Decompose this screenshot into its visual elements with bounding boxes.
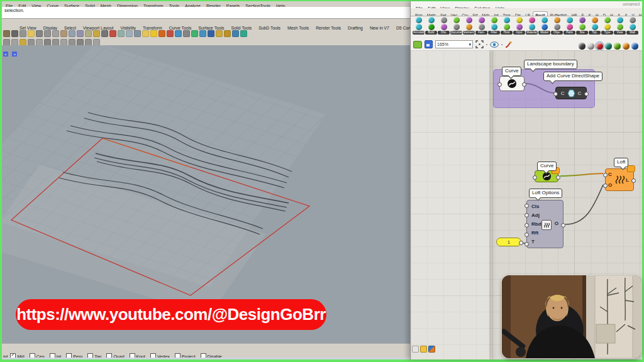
component-icon[interactable] [428, 24, 435, 30]
palette-category-label[interactable]: Document [450, 31, 462, 35]
input-port[interactable] [525, 242, 529, 246]
palette-category-label[interactable]: Build [425, 31, 437, 35]
component-icon[interactable] [541, 24, 548, 30]
palette-category-label[interactable]: Element [463, 31, 475, 35]
output-port[interactable] [522, 82, 526, 87]
loft-options-node[interactable]: Cls Adj Rbd Rft T O [526, 200, 564, 248]
toolbar-icon[interactable] [19, 30, 26, 37]
palette-category-label[interactable]: Material [526, 31, 538, 35]
input-port-o[interactable] [603, 184, 608, 188]
markov-widget-icon[interactable] [420, 346, 427, 353]
viewport-menu-icon[interactable]: » [12, 52, 17, 57]
component-icon[interactable] [630, 17, 636, 23]
palette-category-label[interactable]: Host [501, 31, 513, 35]
component-icon[interactable] [554, 24, 560, 30]
display-sphere-icon[interactable] [579, 43, 586, 50]
rhino-toolbar-tab[interactable]: Drafting [348, 26, 363, 30]
component-icon[interactable] [604, 17, 611, 23]
gh-tab[interactable]: Msh [480, 12, 491, 16]
component-icon[interactable] [592, 24, 598, 30]
component-icon[interactable] [617, 24, 623, 30]
save-file-icon[interactable] [425, 40, 433, 48]
component-icon[interactable] [453, 24, 460, 30]
component-icon[interactable] [504, 17, 510, 23]
gh-tab[interactable]: Int [492, 12, 500, 16]
palette-category-label[interactable]: Input [513, 31, 525, 35]
paint-brush-icon[interactable] [505, 41, 513, 48]
gh-tab[interactable]: HB [570, 12, 579, 16]
component-icon[interactable] [604, 24, 611, 30]
palette-category-label[interactable]: Obs. [438, 31, 450, 35]
component-icon[interactable] [441, 24, 447, 30]
palette-category-label[interactable]: Fam. [475, 31, 487, 35]
gh-tab[interactable]: Trns [501, 12, 513, 16]
component-icon[interactable] [592, 17, 598, 23]
toolbar-icon[interactable] [183, 30, 190, 37]
component-icon[interactable] [579, 24, 586, 30]
display-sphere-icon[interactable] [631, 43, 638, 50]
component-icon[interactable] [567, 24, 573, 30]
gh-tab[interactable]: A [616, 12, 622, 16]
component-icon[interactable] [541, 17, 548, 23]
add-curve-directshape-node[interactable]: C C [555, 87, 587, 99]
toolbar-icon[interactable] [44, 30, 51, 37]
warning-balloon-icon[interactable] [627, 165, 635, 172]
component-icon[interactable] [567, 17, 573, 23]
zoom-extents-icon[interactable] [475, 40, 484, 48]
toolbar-icon[interactable] [101, 30, 108, 37]
viewport-collapse-icon[interactable]: « [3, 52, 8, 57]
gh-tab[interactable]: Set [438, 12, 448, 16]
gh-tab[interactable]: LB [523, 12, 532, 16]
toolbar-icon[interactable] [167, 30, 174, 37]
gh-tab[interactable]: Dis [513, 12, 523, 16]
toolbar-icon[interactable] [158, 30, 165, 37]
toolbar-icon[interactable] [175, 30, 182, 37]
toolbar-icon[interactable] [85, 30, 92, 37]
toolbar-icon[interactable] [208, 30, 214, 37]
rhino-command-area[interactable]: selection. [2, 7, 410, 19]
gh-tab[interactable]: Vec [449, 12, 460, 16]
toolbar-icon[interactable] [240, 30, 247, 37]
toolbar-icon[interactable] [11, 30, 18, 37]
gh-tab[interactable]: K [587, 12, 593, 16]
output-port[interactable] [584, 92, 589, 96]
toolbar-icon[interactable] [52, 30, 59, 37]
curve-bottom-label-tag[interactable]: Curve [537, 162, 557, 171]
toolbar-icon[interactable] [60, 30, 67, 37]
gh-tab[interactable]: A [623, 12, 629, 16]
component-icon[interactable] [529, 24, 535, 30]
gh-tab[interactable]: H [594, 12, 601, 16]
display-sphere-icon[interactable] [587, 43, 594, 50]
youtube-channel-banner[interactable]: https://www.youtube.com/@DesignGoBrr [16, 299, 326, 330]
rhino-toolbar-tab[interactable]: Mesh Tools [287, 26, 309, 30]
input-port[interactable] [533, 175, 537, 180]
input-port[interactable] [497, 82, 502, 87]
loft-label-tag[interactable]: Loft [614, 158, 628, 167]
palette-category-label[interactable]: Parts [564, 31, 575, 35]
open-file-icon[interactable] [413, 41, 422, 48]
display-sphere-icon[interactable] [614, 43, 621, 50]
palette-category-label[interactable]: Top. [589, 31, 601, 35]
toolbar-icon[interactable] [232, 30, 239, 37]
component-icon[interactable] [453, 17, 460, 23]
toolbar-icon[interactable] [224, 30, 231, 37]
preview-eye-icon[interactable] [490, 41, 499, 48]
component-icon[interactable] [428, 17, 435, 23]
output-port[interactable] [556, 175, 560, 180]
loft-node[interactable]: C O L [605, 168, 634, 191]
input-port[interactable] [525, 204, 529, 208]
curve-top-label-tag[interactable]: Curve [502, 67, 521, 76]
gh-tab[interactable]: E [580, 12, 586, 16]
input-port[interactable] [525, 213, 529, 217]
gh-tab[interactable]: V [630, 12, 636, 16]
component-icon[interactable] [479, 24, 485, 30]
toolbar-icon[interactable] [36, 30, 43, 37]
toolbar-icon[interactable] [134, 30, 141, 37]
component-icon[interactable] [630, 24, 636, 30]
palette-category-label[interactable]: View [614, 31, 626, 35]
palette-category-label[interactable]: Model [538, 31, 550, 35]
toolbar-icon[interactable] [216, 30, 223, 37]
display-sphere-icon[interactable] [623, 43, 630, 50]
rhino-toolbar-tab[interactable]: Render Tools [316, 26, 341, 30]
viewport-title-markers[interactable]: « » [3, 47, 18, 58]
